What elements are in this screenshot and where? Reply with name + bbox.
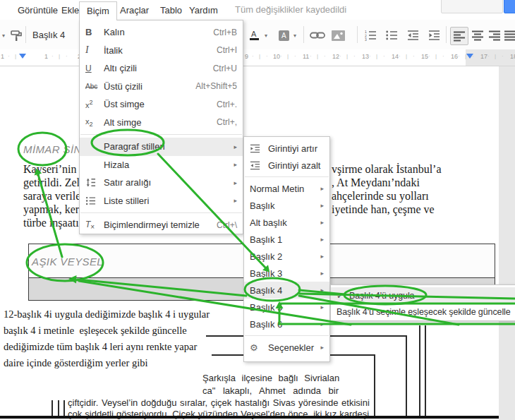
menu-item-baslik-4-guncelle[interactable]: Başlık 4'ü seçimle eşleşecek şekilde gün… [331,304,515,320]
highlight-caret-icon[interactable]: ▾ [291,29,298,42]
menu-item-label: İtalik [104,45,211,56]
menu-item-baslik-3[interactable]: Başlık 3▸ [244,265,329,282]
svg-text:A: A [281,32,286,40]
toolbar-separator [25,26,26,43]
right-indent-marker[interactable] [466,54,473,59]
submenu-arrow-icon: ▸ [316,253,324,260]
menu-item-alt-baslik[interactable]: Alt başlık▸ [244,214,329,231]
menu-item-bicimlendirmeyi-temizle[interactable]: T×Biçimlendirmeyi temizleCtrl+\ [80,216,243,234]
ruler[interactable]: 1·|·1·|·2·|·9·|·10·|·11·|·12·|·13·|·14·|… [0,49,515,66]
box-inner-right [374,354,375,416]
paint-format-icon[interactable] [8,29,24,42]
ruler-tick: | [495,53,496,59]
menu-item-ustu-cizili[interactable]: AbcÜstü çiziliAlt+Shift+5 [80,78,243,96]
menu-item-baslik-4[interactable]: Başlık 4▸ [244,282,329,299]
menu-item-label: Başlık [250,200,316,211]
doc-text-line: Şarkışla ilçesine bağlı Sivrialan [202,373,339,383]
ruler-tick: · [369,53,371,59]
menu-item-alt-simge[interactable]: x2Alt simgeCtrl+, [80,114,243,132]
menu-item-baslik-5[interactable]: Başlık 5▸ [244,299,329,316]
menu-shortcut: Alt+Shift+5 [190,81,237,91]
menubar-item-araclar[interactable]: Araçlar [113,1,156,20]
ruler-number: 9 [245,53,248,60]
menu-item-kalin[interactable]: BKalınCtrl+B [80,23,243,42]
italic-icon: I [85,44,104,56]
ruler-tick: · [280,53,282,59]
submenu-arrow-icon: ▸ [316,320,324,328]
underline-icon: U [85,64,104,73]
align-left-icon[interactable] [450,27,468,45]
menu-item-baslik-4-uygula[interactable]: ✓Başlık 4'ü uygula [331,287,515,304]
menu-item-alti-cizili[interactable]: UAltı çiziliCtrl+U [80,59,243,78]
menu-item-label: Başlık 4 [250,285,316,296]
menu-item-italik[interactable]: IİtalikCtrl+I [80,42,243,60]
insert-image-icon[interactable] [330,29,346,42]
menu-item-label: Alt simge [104,117,211,128]
menu-item-paragraf-stilleri[interactable]: Paragraf stilleri▸ [80,138,243,156]
insert-link-icon[interactable] [310,29,325,42]
doc-text-line: Kayseri’nin [23,163,77,176]
align-right-icon[interactable] [487,29,502,42]
ruler-number: 12 [332,53,339,60]
menubar-item-bicim[interactable]: Biçim [79,1,117,20]
menu-separator [80,212,242,213]
menu-item-label: Üst simge [104,99,211,109]
submenu-arrow-icon: ▸ [316,202,324,209]
ruler-tick: · [339,53,341,59]
svg-text:A: A [251,30,257,38]
menu-item-baslik-1[interactable]: Başlık 1▸ [244,231,329,248]
ruler-tick: · [252,53,254,59]
menu-item-label: Başlık 5 [250,302,316,313]
menu-item-label: Başlık 6 [250,319,316,330]
menu-item-baslik-6[interactable]: Başlık 6▸ [244,316,329,332]
comments-button[interactable] [441,0,503,13]
menu-item-liste-stilleri[interactable]: Liste stilleri▸ [80,192,243,210]
doc-heading-asik-veysel: AŞIK VEYSEL [32,256,103,268]
left-indent-marker[interactable] [19,54,26,59]
menu-item-secenekler[interactable]: ⚙Seçenekler▸ [244,339,329,356]
numbered-list-icon[interactable]: 123 [363,29,378,42]
menu-item-label: Başlık 4'ü uygula [349,291,511,301]
menu-item-label: Başlık 4'ü seçimle eşleşecek şekilde gün… [337,307,511,317]
page-right-margin [499,66,515,420]
menu-item-satir-araligi[interactable]: Satır aralığı▸ [80,174,243,192]
ruler-tick: · [353,53,356,59]
highlight-color-icon[interactable]: A [276,29,291,42]
google-docs-window: MİMAR SİNAN Kayseri’ninvşirme olarak İst… [0,0,515,420]
align-justify-icon[interactable] [502,29,515,42]
submenu-arrow-icon: ▸ [229,179,237,186]
submenu-arrow-icon: ▸ [316,219,324,226]
doc-text-line: daire içinde gösterdiğim yerler gibi [4,355,210,371]
share-button[interactable] [504,0,515,13]
menu-item-normal-metin[interactable]: Normal Metin▸ [244,180,329,197]
heading4-submenu: ✓Başlık 4'ü uygulaBaşlık 4'ü seçimle eşl… [330,284,515,321]
menu-item-label: Biçimlendirmeyi temizle [104,220,211,230]
indent-decrease-icon[interactable] [405,29,420,42]
text-color-icon[interactable]: A [247,29,262,42]
subscript-icon: x2 [85,117,104,128]
menubar-item-yardim[interactable]: Yardım [182,1,225,20]
doc-text-line: yapmak, ker [23,203,79,216]
menu-item-girintiyi-azalt[interactable]: Girintiyi azalt [244,157,329,174]
menu-item-label: Satır aralığı [104,177,229,188]
superscript-icon: x2 [85,99,104,109]
menu-item-label: Üstü çizili [104,81,190,92]
menu-item-baslik-2[interactable]: Başlık 2▸ [244,248,329,265]
menu-item-baslik[interactable]: Başlık▸ [244,197,329,214]
menu-item-ust-simge[interactable]: x2Üst simgeCtrl+. [80,95,243,114]
doc-text-line: vşirme olarak İstanbul’a [332,163,442,176]
menu-item-girintiyi-artir[interactable]: Girintiyi artır [244,140,329,157]
paragraph-styles-submenu: Girintiyi artırGirintiyi azaltNormal Met… [243,136,330,362]
ruler-number: 17 [480,53,487,60]
ruler-tick: | [406,53,407,59]
ruler-tick: | [15,53,16,59]
align-center-icon[interactable] [470,29,485,42]
menu-item-hizala[interactable]: Hizala▸ [80,156,243,174]
paragraph-style-selector[interactable]: Başlık 4 [32,30,65,40]
doc-text-line: türbe inşaatı [23,217,79,229]
menu-item-label: Seçenekler [268,342,316,353]
text-color-caret-icon[interactable]: ▾ [262,29,269,42]
bulleted-list-icon[interactable] [384,29,399,42]
indent-increase-icon[interactable] [426,29,442,42]
ruler-number: 1 [44,53,48,60]
